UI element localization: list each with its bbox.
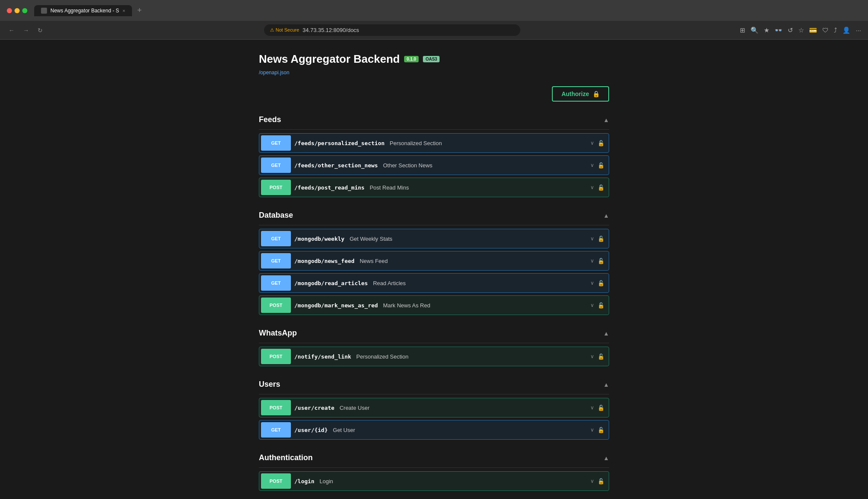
browser-addressbar: ← → ↻ ⚠ Not Secure 34.73.35.12:8090/docs… (0, 21, 868, 39)
endpoint-row--mongodb-mark_news_as_red[interactable]: POST /mongodb/mark_news_as_red Mark News… (259, 295, 609, 315)
section-header-users[interactable]: Users ▲ (259, 375, 609, 394)
endpoint-path: /feeds/other_section_news (291, 162, 381, 169)
back-button[interactable]: ← (7, 25, 16, 35)
endpoint-lock-icon: 🔓 (598, 302, 604, 309)
active-tab[interactable]: News Aggregator Backend - S × (34, 5, 132, 16)
endpoint-row--mongodb-weekly[interactable]: GET /mongodb/weekly Get Weekly Stats ∨ 🔓 (259, 229, 609, 248)
oas3-badge: OAS3 (423, 56, 440, 62)
openapi-link[interactable]: /openapi.json (259, 70, 289, 76)
endpoint-row--feeds-other_section_news[interactable]: GET /feeds/other_section_news Other Sect… (259, 155, 609, 175)
zoom-icon[interactable]: 🔍 (751, 26, 759, 34)
api-title: News Aggregator Backend (259, 53, 400, 66)
endpoint-row--user-create[interactable]: POST /user/create Create User ∨ 🔓 (259, 398, 609, 417)
section-header-feeds[interactable]: Feeds ▲ (259, 110, 609, 130)
close-button[interactable] (7, 8, 12, 13)
more-icon[interactable]: ··· (856, 26, 861, 34)
traffic-lights (7, 8, 27, 13)
endpoint-desc: Login (318, 478, 586, 484)
endpoint-row--mongodb-read_articles[interactable]: GET /mongodb/read_articles Read Articles… (259, 273, 609, 293)
endpoint-lock-icon: 🔓 (598, 427, 604, 433)
endpoint-chevron-icon: ∨ (590, 184, 594, 190)
profile-icon[interactable]: 👤 (842, 26, 850, 34)
authorize-button[interactable]: Authorize 🔒 (552, 86, 609, 102)
section-title-authentication: Authentication (259, 453, 313, 462)
reader-mode-icon[interactable]: ⊞ (740, 26, 745, 34)
tab-label: News Aggregator Backend - S (50, 8, 119, 14)
minimize-button[interactable] (15, 8, 20, 13)
endpoint-row--feeds-personalized_section[interactable]: GET /feeds/personalized_section Personal… (259, 133, 609, 153)
endpoint-path: /mongodb/news_feed (291, 258, 358, 264)
authorize-label: Authorize (561, 90, 589, 97)
shield-icon[interactable]: 🛡 (822, 26, 829, 34)
favorites-icon[interactable]: ☆ (798, 26, 804, 34)
endpoint-actions: ∨ 🔓 (586, 302, 609, 309)
endpoint-chevron-icon: ∨ (590, 258, 594, 264)
extension-icon[interactable]: 👓 (774, 26, 783, 34)
endpoint-path: /feeds/post_read_mins (291, 184, 368, 191)
endpoint-desc: Get Weekly Stats (348, 236, 586, 242)
endpoint-path: /feeds/personalized_section (291, 140, 388, 146)
endpoint-desc: Personalized Section (355, 353, 586, 360)
share-icon[interactable]: ⤴ (834, 26, 837, 34)
endpoint-row--user-id[interactable]: GET /user/{id} Get User ∨ 🔓 (259, 420, 609, 440)
method-badge-get: GET (261, 158, 291, 173)
browser-actions: ⊞ 🔍 ★ 👓 ↺ ☆ 💳 🛡 ⤴ 👤 ··· (740, 26, 861, 34)
section-authentication: Authentication ▲ POST /login Login ∨ 🔓 (259, 448, 609, 491)
endpoint-row--mongodb-news_feed[interactable]: GET /mongodb/news_feed News Feed ∨ 🔓 (259, 251, 609, 271)
sync-icon[interactable]: ↺ (788, 26, 793, 34)
endpoint-actions: ∨ 🔓 (586, 140, 609, 146)
endpoint-actions: ∨ 🔓 (586, 427, 609, 433)
section-header-whatsapp[interactable]: WhatsApp ▲ (259, 324, 609, 343)
endpoint-chevron-icon: ∨ (590, 427, 594, 433)
endpoint-chevron-icon: ∨ (590, 162, 594, 168)
section-title-whatsapp: WhatsApp (259, 329, 297, 338)
method-badge-get: GET (261, 231, 291, 246)
endpoint-row--notify-send_link[interactable]: POST /notify/send_link Personalized Sect… (259, 347, 609, 366)
method-badge-get: GET (261, 135, 291, 151)
endpoint-actions: ∨ 🔓 (586, 353, 609, 360)
forward-button[interactable]: → (21, 25, 31, 35)
endpoint-chevron-icon: ∨ (590, 405, 594, 411)
endpoint-row--feeds-post_read_mins[interactable]: POST /feeds/post_read_mins Post Read Min… (259, 178, 609, 197)
endpoint-lock-icon: 🔓 (598, 280, 604, 286)
new-tab-button[interactable]: + (134, 4, 145, 17)
address-bar[interactable]: ⚠ Not Secure 34.73.35.12:8090/docs (264, 24, 520, 36)
section-whatsapp: WhatsApp ▲ POST /notify/send_link Person… (259, 324, 609, 366)
version-badge: 0.1.0 (404, 56, 419, 62)
section-title-feeds: Feeds (259, 115, 281, 124)
endpoint-path: /mongodb/read_articles (291, 280, 371, 286)
endpoint-actions: ∨ 🔓 (586, 258, 609, 264)
endpoint-path: /mongodb/weekly (291, 236, 348, 242)
endpoint-actions: ∨ 🔓 (586, 280, 609, 286)
maximize-button[interactable] (22, 8, 27, 13)
method-badge-post: POST (261, 349, 291, 364)
endpoint-row--login[interactable]: POST /login Login ∨ 🔓 (259, 471, 609, 491)
endpoint-chevron-icon: ∨ (590, 280, 594, 286)
endpoint-actions: ∨ 🔓 (586, 478, 609, 484)
section-title-database: Database (259, 211, 293, 220)
method-badge-post: POST (261, 298, 291, 313)
section-header-authentication[interactable]: Authentication ▲ (259, 448, 609, 468)
browser-tabs: News Aggregator Backend - S × + (34, 4, 861, 17)
refresh-button[interactable]: ↻ (36, 25, 44, 35)
browser-chrome: News Aggregator Backend - S × + ← → ↻ ⚠ … (0, 0, 868, 40)
lock-icon: 🔒 (592, 90, 600, 97)
endpoint-chevron-icon: ∨ (590, 140, 594, 146)
wallet-icon[interactable]: 💳 (809, 26, 817, 34)
endpoint-lock-icon: 🔓 (598, 162, 604, 169)
authorize-row: Authorize 🔒 (259, 86, 609, 102)
section-chevron-authentication: ▲ (603, 455, 609, 461)
section-chevron-users: ▲ (603, 381, 609, 388)
section-chevron-feeds: ▲ (603, 117, 609, 123)
endpoint-lock-icon: 🔓 (598, 184, 604, 191)
bookmark-icon[interactable]: ★ (764, 26, 769, 34)
method-badge-post: POST (261, 473, 291, 489)
method-badge-post: POST (261, 400, 291, 415)
section-header-database[interactable]: Database ▲ (259, 206, 609, 225)
endpoint-path: /user/create (291, 405, 338, 411)
endpoint-desc: Other Section News (381, 162, 586, 169)
endpoint-actions: ∨ 🔓 (586, 184, 609, 191)
tab-close-button[interactable]: × (123, 8, 125, 13)
endpoint-path: /mongodb/mark_news_as_red (291, 302, 381, 309)
api-title-row: News Aggregator Backend 0.1.0 OAS3 (259, 53, 609, 66)
